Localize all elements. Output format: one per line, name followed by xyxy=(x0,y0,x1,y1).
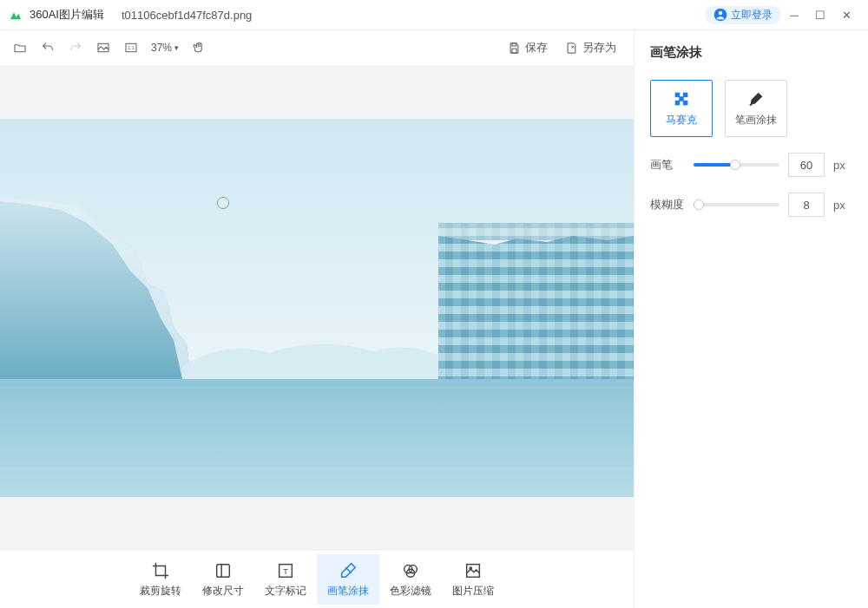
save-as-icon xyxy=(565,42,578,55)
chevron-down-icon: ▾ xyxy=(174,43,179,52)
filter-icon xyxy=(401,561,420,580)
tab-crop-rotate[interactable]: 裁剪旋转 xyxy=(129,554,192,605)
canvas-area[interactable] xyxy=(0,65,634,551)
svg-text:1:1: 1:1 xyxy=(128,45,134,50)
tab-resize[interactable]: 修改尺寸 xyxy=(192,554,254,605)
compress-icon xyxy=(464,561,483,580)
tab-brush-smear[interactable]: 画笔涂抹 xyxy=(317,554,379,605)
pan-hand-icon[interactable] xyxy=(191,40,207,56)
login-label: 立即登录 xyxy=(731,8,773,23)
brush-size-unit: px xyxy=(833,159,852,172)
tab-label: 图片压缩 xyxy=(452,584,494,598)
tool-mosaic[interactable]: 马赛克 xyxy=(650,80,713,137)
right-panel: 画笔涂抹 马赛克 笔画涂抹 画笔 60 px 模糊度 xyxy=(634,30,868,608)
brush-size-row: 画笔 60 px xyxy=(650,153,852,177)
blur-value[interactable]: 8 xyxy=(788,193,825,217)
zoom-value: 37% xyxy=(151,42,172,54)
tab-text-annotate[interactable]: T 文字标记 xyxy=(254,554,317,605)
user-icon xyxy=(713,8,727,22)
minimize-button[interactable]: ─ xyxy=(781,9,807,22)
image-icon[interactable] xyxy=(95,40,111,56)
svg-rect-6 xyxy=(512,49,516,53)
fit-screen-icon[interactable]: 1:1 xyxy=(123,40,139,56)
save-as-label: 另存为 xyxy=(582,40,616,56)
redo-icon[interactable] xyxy=(68,40,83,56)
save-label: 保存 xyxy=(525,40,548,56)
svg-rect-21 xyxy=(217,564,230,577)
tool-smear-label: 笔画涂抹 xyxy=(735,113,777,127)
brush-size-slider[interactable] xyxy=(694,163,779,167)
tool-mosaic-label: 马赛克 xyxy=(666,113,697,127)
tab-label: 画笔涂抹 xyxy=(327,584,369,598)
brush-size-label: 画笔 xyxy=(650,157,685,173)
save-as-button[interactable]: 另存为 xyxy=(565,40,616,56)
svg-rect-19 xyxy=(438,236,634,379)
eraser-icon xyxy=(339,561,358,580)
maximize-button[interactable]: ☐ xyxy=(807,9,833,22)
blur-row: 模糊度 8 px xyxy=(650,193,852,217)
svg-rect-13 xyxy=(0,375,634,497)
tab-label: 色彩滤镜 xyxy=(390,584,431,598)
save-button[interactable]: 保存 xyxy=(508,40,548,56)
app-logo: 360AI图片编辑 xyxy=(9,7,104,23)
logo-icon xyxy=(9,8,23,22)
tool-options: 马赛克 笔画涂抹 xyxy=(650,80,852,137)
svg-text:T: T xyxy=(283,566,288,575)
resize-icon xyxy=(214,561,233,580)
open-file-icon[interactable] xyxy=(12,40,28,56)
blur-label: 模糊度 xyxy=(650,197,685,212)
close-button[interactable]: ✕ xyxy=(833,9,859,22)
bottom-tab-bar: 裁剪旋转 修改尺寸 T 文字标记 画笔涂抹 色彩滤镜 图片压缩 xyxy=(0,551,634,608)
tab-label: 裁剪旋转 xyxy=(140,584,181,598)
undo-icon[interactable] xyxy=(40,40,56,56)
text-icon: T xyxy=(276,561,295,580)
canvas-image xyxy=(0,119,634,497)
slider-handle[interactable] xyxy=(694,199,704,210)
svg-rect-33 xyxy=(683,101,688,106)
file-name: t01106cebf1d47fc87d.png xyxy=(122,9,252,22)
top-toolbar: 1:1 37% ▾ 保存 另存为 xyxy=(0,30,634,65)
title-bar: 360AI图片编辑 t01106cebf1d47fc87d.png 立即登录 ─… xyxy=(0,0,868,29)
brush-icon xyxy=(746,89,766,108)
svg-point-1 xyxy=(719,11,723,16)
login-button[interactable]: 立即登录 xyxy=(705,6,781,24)
svg-rect-20 xyxy=(438,223,634,240)
panel-title: 画笔涂抹 xyxy=(650,44,852,61)
tab-label: 文字标记 xyxy=(265,584,306,598)
blur-unit: px xyxy=(833,199,852,212)
app-name: 360AI图片编辑 xyxy=(30,7,104,23)
tab-label: 修改尺寸 xyxy=(202,584,244,598)
blur-slider[interactable] xyxy=(694,203,779,206)
zoom-dropdown[interactable]: 37% ▾ xyxy=(151,42,179,54)
svg-rect-32 xyxy=(675,101,681,106)
tool-smear[interactable]: 笔画涂抹 xyxy=(725,80,787,137)
mosaic-icon xyxy=(672,89,691,108)
brush-size-value[interactable]: 60 xyxy=(788,153,825,177)
tab-color-filter[interactable]: 色彩滤镜 xyxy=(379,554,442,605)
tab-compress[interactable]: 图片压缩 xyxy=(442,554,504,605)
svg-rect-5 xyxy=(512,42,516,45)
brush-cursor xyxy=(217,197,229,209)
slider-handle[interactable] xyxy=(730,160,740,170)
crop-icon xyxy=(151,561,170,580)
save-icon xyxy=(508,42,521,55)
